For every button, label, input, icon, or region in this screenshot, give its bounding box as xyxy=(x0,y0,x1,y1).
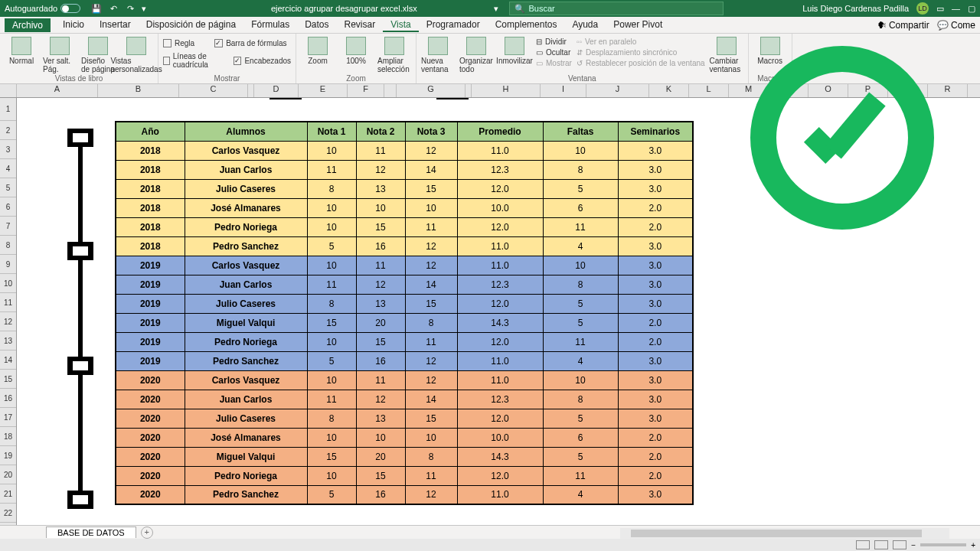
cell[interactable]: 8 xyxy=(405,313,457,332)
cell[interactable]: 4 xyxy=(543,351,618,370)
menu-tab-revisar[interactable]: Revisar xyxy=(337,18,384,32)
cell[interactable]: 10 xyxy=(307,466,356,485)
cell[interactable]: 11.0 xyxy=(457,236,543,256)
cell[interactable]: 2.0 xyxy=(618,447,693,466)
cell[interactable]: 3.0 xyxy=(618,294,693,313)
cell[interactable]: 5 xyxy=(307,351,356,370)
row-17[interactable]: 17 xyxy=(0,408,16,427)
cell[interactable]: 15 xyxy=(405,294,457,313)
cell[interactable]: Juan Carlos xyxy=(185,390,307,409)
cell[interactable]: 5 xyxy=(543,409,618,428)
row-15[interactable]: 15 xyxy=(0,370,16,389)
header-nota-3[interactable]: Nota 3 xyxy=(405,122,457,141)
cell[interactable]: 11 xyxy=(543,332,618,351)
col-J[interactable]: J xyxy=(586,84,649,97)
cell[interactable]: 10 xyxy=(405,198,457,217)
col-spacer[interactable] xyxy=(248,84,254,97)
cell[interactable]: 3.0 xyxy=(618,160,693,179)
cell[interactable]: 10 xyxy=(356,198,405,217)
menu-tab-complementos[interactable]: Complementos xyxy=(488,18,565,32)
cell[interactable]: 12 xyxy=(405,351,457,370)
menu-tab-datos[interactable]: Datos xyxy=(297,18,336,32)
cell[interactable]: 14 xyxy=(405,390,457,409)
filename-dropdown-icon[interactable]: ▾ xyxy=(494,4,498,14)
cell[interactable]: 16 xyxy=(356,351,405,370)
cell[interactable]: 2018 xyxy=(116,198,185,217)
search-box[interactable]: 🔍 Buscar xyxy=(509,2,724,15)
cell[interactable]: 5 xyxy=(307,485,356,504)
cell[interactable]: Pedro Sanchez xyxy=(185,485,307,504)
header-nota-1[interactable]: Nota 1 xyxy=(307,122,356,141)
group-collapse-icon[interactable] xyxy=(67,242,93,260)
row-header[interactable]: 12345678910111213141516171819202122 xyxy=(0,98,17,530)
cell[interactable]: 11.0 xyxy=(457,370,543,390)
cell[interactable]: 16 xyxy=(356,236,405,256)
cell[interactable]: 2019 xyxy=(116,256,185,275)
minimize-icon[interactable]: — xyxy=(952,4,960,13)
row-22[interactable]: 22 xyxy=(0,504,16,523)
cell[interactable]: Juan Carlos xyxy=(185,275,307,294)
cell[interactable]: 16 xyxy=(356,485,405,504)
cell[interactable]: 2020 xyxy=(116,485,185,504)
col-B[interactable]: B xyxy=(98,84,179,97)
row-2[interactable]: 2 xyxy=(0,121,16,140)
cell[interactable]: 11.0 xyxy=(457,141,543,160)
menu-tab-programador[interactable]: Programador xyxy=(419,18,488,32)
menu-tab-vista[interactable]: Vista xyxy=(383,18,418,32)
cell[interactable]: 2019 xyxy=(116,332,185,351)
cell[interactable]: 10 xyxy=(307,141,356,160)
cell[interactable]: 15 xyxy=(356,466,405,485)
save-icon[interactable]: 💾 xyxy=(91,3,102,14)
cell[interactable]: 10 xyxy=(307,256,356,275)
undo-icon[interactable]: ↶ xyxy=(108,3,119,14)
menu-tab-power-pivot[interactable]: Power Pivot xyxy=(606,18,670,32)
cell[interactable]: 11.0 xyxy=(457,485,543,504)
group-collapse-icon[interactable] xyxy=(270,98,302,99)
group-collapse-icon[interactable] xyxy=(436,98,469,99)
row-8[interactable]: 8 xyxy=(0,236,16,255)
cell[interactable]: 10.0 xyxy=(457,198,543,217)
custom-views-button[interactable]: Vistas personalizadas xyxy=(119,35,153,73)
autosave-toggle[interactable]: Autoguardado xyxy=(5,4,80,13)
cell[interactable]: 13 xyxy=(356,409,405,428)
cell[interactable]: 11 xyxy=(356,256,405,275)
cell[interactable]: 2.0 xyxy=(618,332,693,351)
row-16[interactable]: 16 xyxy=(0,389,16,408)
col-K[interactable]: K xyxy=(649,84,689,97)
menu-tab-disposición-de-página[interactable]: Disposición de página xyxy=(139,18,243,32)
cell[interactable]: 2018 xyxy=(116,160,185,179)
cell[interactable]: 10 xyxy=(356,428,405,447)
cell[interactable]: Julio Caseres xyxy=(185,179,307,198)
row-9[interactable]: 9 xyxy=(0,255,16,274)
row-4[interactable]: 4 xyxy=(0,159,16,178)
menu-tab-inicio[interactable]: Inicio xyxy=(55,18,92,32)
switch-windows-button[interactable]: Cambiar ventanas xyxy=(710,35,743,73)
col-A[interactable]: A xyxy=(17,84,98,97)
cell[interactable]: 15 xyxy=(307,313,356,332)
zoom-button[interactable]: Zoom xyxy=(301,35,335,73)
menu-tab-insertar[interactable]: Insertar xyxy=(92,18,139,32)
comments-button[interactable]: 💬 Come xyxy=(937,20,975,31)
col-F[interactable]: F xyxy=(348,84,384,97)
cell[interactable]: 12 xyxy=(356,275,405,294)
row-1[interactable]: 1 xyxy=(0,98,16,121)
cell[interactable]: 12.3 xyxy=(457,390,543,409)
header-alumnos[interactable]: Alumnos xyxy=(185,122,307,141)
cell[interactable]: 10 xyxy=(543,141,618,160)
cell[interactable]: 14 xyxy=(405,160,457,179)
cell[interactable]: 2018 xyxy=(116,217,185,236)
group-collapse-icon[interactable] xyxy=(67,129,93,147)
cell[interactable]: 12.0 xyxy=(457,294,543,313)
cell[interactable]: 10 xyxy=(307,332,356,351)
col-spacer[interactable] xyxy=(466,84,472,97)
menu-tab-ayuda[interactable]: Ayuda xyxy=(564,18,606,32)
cell[interactable]: 2.0 xyxy=(618,313,693,332)
row-18[interactable]: 18 xyxy=(0,427,16,446)
cell[interactable]: 6 xyxy=(543,198,618,217)
cell[interactable]: 2.0 xyxy=(618,428,693,447)
row-13[interactable]: 13 xyxy=(0,331,16,350)
cell[interactable]: 11 xyxy=(307,390,356,409)
cell[interactable]: 15 xyxy=(356,217,405,236)
cell[interactable]: 12.3 xyxy=(457,160,543,179)
cell[interactable]: 5 xyxy=(307,236,356,256)
